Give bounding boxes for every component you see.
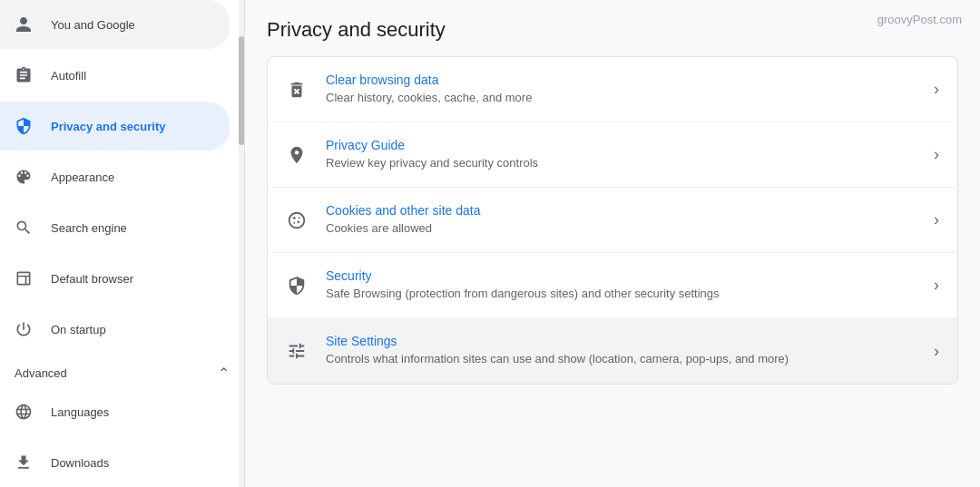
scrollbar-track[interactable] xyxy=(239,0,244,487)
clear-browsing-data-row[interactable]: Clear browsing data Clear history, cooki… xyxy=(268,57,957,122)
sidebar: You and Google Autofill Privacy and secu… xyxy=(0,0,245,487)
assignment-icon xyxy=(15,66,33,84)
cookies-content: Cookies and other site data Cookies are … xyxy=(326,203,923,237)
sidebar-item-search-engine[interactable]: Search engine xyxy=(0,203,230,252)
svg-point-3 xyxy=(293,221,295,223)
sidebar-item-label: Downloads xyxy=(51,456,109,470)
security-row[interactable]: Security Safe Browsing (protection from … xyxy=(268,253,957,318)
cookies-subtitle: Cookies are allowed xyxy=(326,220,923,237)
settings-card: Clear browsing data Clear history, cooki… xyxy=(267,56,958,385)
sidebar-item-downloads[interactable]: Downloads xyxy=(0,438,230,487)
privacy-guide-icon xyxy=(286,144,308,166)
site-settings-content: Site Settings Controls what information … xyxy=(326,334,923,367)
security-shield-icon xyxy=(286,275,308,297)
person-icon xyxy=(15,15,33,34)
watermark: groovyPost.com xyxy=(877,13,962,26)
palette-icon xyxy=(15,168,33,186)
sidebar-item-label: Search engine xyxy=(51,221,127,235)
sidebar-item-label: Languages xyxy=(51,405,109,419)
power-icon xyxy=(15,320,33,338)
privacy-guide-subtitle: Review key privacy and security controls xyxy=(326,155,923,171)
clear-browsing-data-content: Clear browsing data Clear history, cooki… xyxy=(326,73,923,106)
sidebar-item-autofill[interactable]: Autofill xyxy=(0,51,230,100)
chevron-right-icon: › xyxy=(934,145,939,164)
sidebar-item-label: Default browser xyxy=(51,272,133,286)
site-settings-subtitle: Controls what information sites can use … xyxy=(326,351,923,367)
security-title: Security xyxy=(326,268,923,283)
site-settings-title: Site Settings xyxy=(326,334,923,348)
delete-icon xyxy=(286,79,308,101)
scrollbar-thumb[interactable] xyxy=(239,36,244,145)
sidebar-item-appearance[interactable]: Appearance xyxy=(0,152,230,201)
download-icon xyxy=(15,453,33,472)
clear-browsing-data-subtitle: Clear history, cookies, cache, and more xyxy=(326,90,923,106)
svg-point-2 xyxy=(299,217,300,219)
privacy-guide-title: Privacy Guide xyxy=(326,138,923,152)
cookie-icon xyxy=(286,209,308,231)
cookies-row[interactable]: Cookies and other site data Cookies are … xyxy=(268,188,957,253)
security-content: Security Safe Browsing (protection from … xyxy=(326,268,923,302)
browser-icon xyxy=(15,269,33,287)
sidebar-item-label: On startup xyxy=(51,323,106,336)
site-settings-row[interactable]: Site Settings Controls what information … xyxy=(268,318,957,384)
sidebar-item-on-startup[interactable]: On startup xyxy=(0,305,230,354)
chevron-right-icon: › xyxy=(934,80,939,99)
cookies-title: Cookies and other site data xyxy=(326,203,923,218)
shield-icon xyxy=(15,117,33,135)
sidebar-item-label: Privacy and security xyxy=(51,120,165,133)
advanced-section-header[interactable]: Advanced ⌃ xyxy=(0,356,244,387)
sidebar-item-default-browser[interactable]: Default browser xyxy=(0,254,230,303)
sidebar-item-you-and-google[interactable]: You and Google xyxy=(0,0,230,49)
svg-point-0 xyxy=(293,216,296,219)
tune-icon xyxy=(286,340,308,362)
globe-icon xyxy=(15,403,33,421)
clear-browsing-data-title: Clear browsing data xyxy=(326,73,923,87)
sidebar-item-languages[interactable]: Languages xyxy=(0,387,230,436)
chevron-right-icon: › xyxy=(934,276,939,295)
page-title: Privacy and security xyxy=(267,18,958,42)
privacy-guide-row[interactable]: Privacy Guide Review key privacy and sec… xyxy=(268,122,957,188)
chevron-right-icon: › xyxy=(934,210,939,229)
sidebar-item-label: You and Google xyxy=(51,18,135,32)
chevron-right-icon: › xyxy=(934,342,939,361)
svg-point-1 xyxy=(297,220,299,223)
sidebar-item-label: Appearance xyxy=(51,170,114,184)
search-icon xyxy=(15,219,33,237)
main-content: groovyPost.com Privacy and security Clea… xyxy=(245,0,980,487)
privacy-guide-content: Privacy Guide Review key privacy and sec… xyxy=(326,138,923,171)
chevron-up-icon: ⌃ xyxy=(218,365,230,382)
sidebar-item-label: Autofill xyxy=(51,69,86,83)
security-subtitle: Safe Browsing (protection from dangerous… xyxy=(326,286,923,302)
advanced-label: Advanced xyxy=(15,366,67,380)
sidebar-item-privacy-and-security[interactable]: Privacy and security xyxy=(0,102,230,151)
